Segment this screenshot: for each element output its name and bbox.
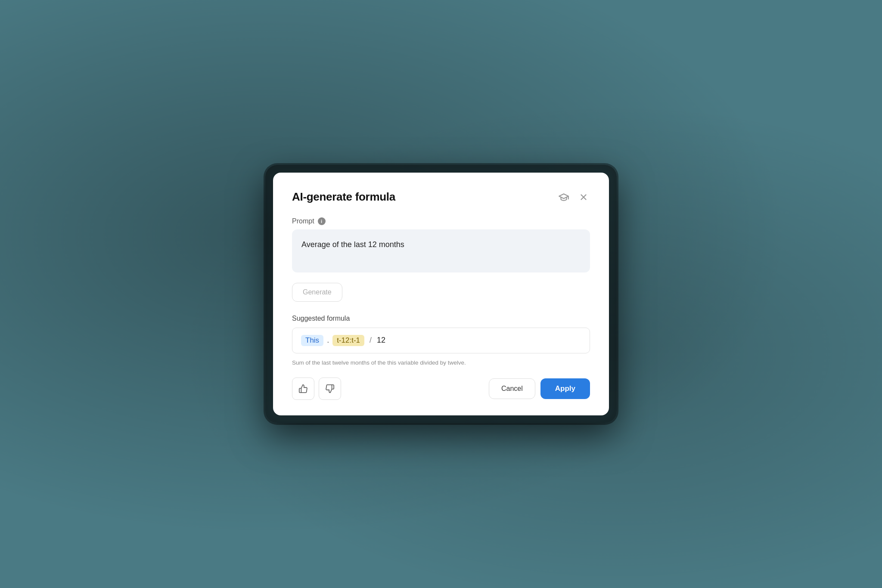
cancel-button[interactable]: Cancel <box>489 378 535 399</box>
close-button[interactable] <box>577 191 590 204</box>
graduation-cap-icon <box>558 192 569 203</box>
action-buttons: Cancel Apply <box>489 378 590 399</box>
prompt-label: Prompt <box>292 217 314 225</box>
formula-token-this: This <box>301 335 323 346</box>
close-icon <box>579 192 588 202</box>
formula-dot: . <box>327 336 329 345</box>
help-icon-button[interactable] <box>556 190 571 204</box>
modal-title: AI-generate formula <box>292 190 395 204</box>
thumbs-up-button[interactable] <box>292 378 314 400</box>
thumbs-down-button[interactable] <box>319 378 341 400</box>
modal-header: AI-generate formula <box>292 190 590 204</box>
modal-header-icons <box>556 190 590 204</box>
formula-token-range: t-12:t-1 <box>332 335 364 346</box>
apply-button[interactable]: Apply <box>540 378 590 399</box>
formula-box: This . t-12:t-1 / 12 <box>292 328 590 353</box>
suggested-formula-label: Suggested formula <box>292 315 590 322</box>
modal-shadow-wrapper: AI-generate formula <box>265 165 617 423</box>
prompt-textarea[interactable] <box>292 229 590 272</box>
thumbs-down-icon <box>325 384 335 393</box>
prompt-label-row: Prompt i <box>292 217 590 225</box>
modal-footer: Cancel Apply <box>292 378 590 400</box>
generate-button[interactable]: Generate <box>292 283 342 302</box>
feedback-buttons <box>292 378 341 400</box>
info-icon[interactable]: i <box>318 217 326 225</box>
suggested-formula-section: Suggested formula This . t-12:t-1 / 12 S… <box>292 315 590 367</box>
formula-slash: / <box>370 336 372 345</box>
formula-description: Sum of the last twelve months of the thi… <box>292 359 590 367</box>
thumbs-up-icon <box>298 384 308 393</box>
ai-formula-modal: AI-generate formula <box>273 173 609 415</box>
formula-number: 12 <box>377 336 385 345</box>
modal-outer-shadow: AI-generate formula <box>265 165 617 423</box>
